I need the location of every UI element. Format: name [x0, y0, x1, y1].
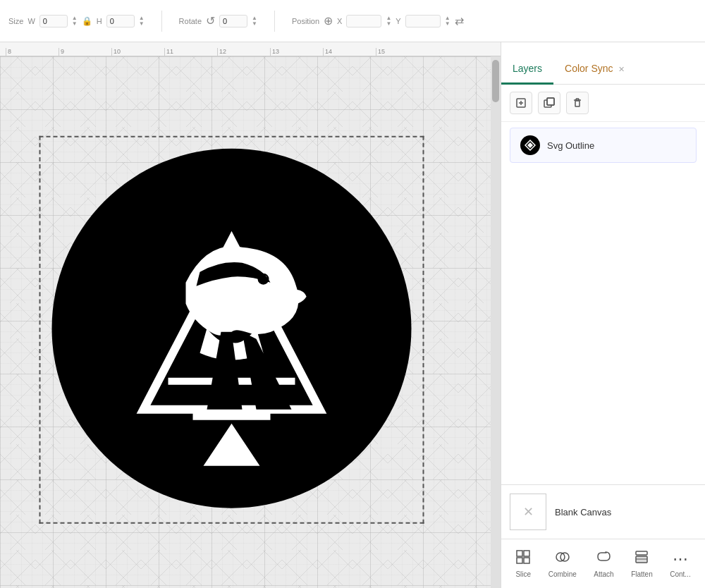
attach-tool[interactable]: Attach: [589, 546, 618, 581]
attach-svg: [596, 549, 611, 565]
delete-layer-button[interactable]: [566, 92, 589, 114]
scrollbar-thumb[interactable]: [492, 60, 499, 102]
layer-name: Svg Outline: [547, 140, 594, 151]
rotate-stepper[interactable]: ▲▼: [252, 16, 257, 27]
panel-tabs: Layers Color Sync ✕: [501, 42, 705, 85]
more-icon: ⋯: [673, 550, 688, 568]
divider-2: [274, 11, 275, 32]
combine-icon: [555, 549, 570, 568]
bottom-toolbar: Slice Combine Attach: [501, 539, 705, 588]
position-icon: ⊕: [324, 14, 333, 27]
ruler-tick: 11: [164, 48, 217, 56]
combine-tool[interactable]: Combine: [544, 546, 581, 581]
rotate-group: Rotate ↺ ▲▼: [179, 14, 257, 27]
width-stepper[interactable]: ▲▼: [72, 16, 78, 27]
ruler-tick: 12: [217, 48, 270, 56]
svg-rect-21: [524, 551, 529, 556]
rotate-input[interactable]: [219, 15, 247, 27]
svg-rect-22: [517, 558, 522, 563]
slice-label: Slice: [515, 570, 531, 578]
canvas-content: [45, 142, 419, 518]
size-group: Size W ▲▼ 🔒 H ▲▼: [8, 15, 145, 27]
divider-1: [161, 11, 162, 32]
svg-rect-20: [517, 551, 522, 556]
svg-rect-26: [636, 551, 647, 555]
flatten-tool[interactable]: Flatten: [627, 546, 657, 581]
slice-tool[interactable]: Slice: [511, 546, 535, 581]
ruler-tick: 10: [111, 48, 164, 56]
height-label: H: [97, 17, 102, 25]
tab-layers[interactable]: Layers: [501, 57, 553, 85]
svg-rect-23: [524, 558, 529, 563]
svg-rect-14: [575, 101, 580, 106]
add-layer-icon: [515, 97, 527, 109]
canvas-area[interactable]: 8 9 10 11 12 13 14 15: [0, 42, 501, 588]
ruler-numbers: 8 9 10 11 12 13 14 15: [0, 48, 429, 56]
tab-color-sync[interactable]: Color Sync ✕: [553, 57, 636, 85]
position-label: Position: [292, 17, 319, 25]
svg-marker-19: [527, 142, 533, 148]
position-group: Position ⊕ X ▲▼ Y ▲▼ ⇄: [292, 14, 464, 27]
layer-item-svg-outline[interactable]: Svg Outline: [510, 128, 697, 163]
x-label: X: [337, 17, 342, 25]
width-input[interactable]: [39, 15, 68, 27]
lock-icon: 🔒: [82, 16, 92, 26]
slice-svg: [515, 549, 531, 565]
diamond-icon: [525, 140, 536, 151]
flatten-icon: [634, 549, 649, 568]
ruler-tick: 9: [59, 48, 111, 56]
add-layer-button[interactable]: [510, 92, 532, 114]
rotate-icon[interactable]: ↺: [206, 14, 215, 27]
ruler-tick: 14: [323, 48, 376, 56]
attach-label: Attach: [594, 570, 613, 578]
height-input[interactable]: [106, 15, 135, 27]
combine-svg: [555, 549, 570, 565]
ruler-top: 8 9 10 11 12 13 14 15: [0, 42, 501, 56]
ruler-tick: 13: [270, 48, 323, 56]
canvas-x-icon: ✕: [523, 504, 534, 520]
duplicate-icon: [544, 97, 555, 109]
main-layout: 8 9 10 11 12 13 14 15: [0, 42, 705, 588]
y-label: Y: [396, 17, 400, 25]
width-label: W: [27, 17, 35, 25]
x-input[interactable]: [346, 15, 381, 27]
top-toolbar: Size W ▲▼ 🔒 H ▲▼ Rotate ↺ ▲▼ Position ⊕ …: [0, 0, 705, 42]
flatten-svg: [634, 549, 649, 565]
delete-icon: [572, 97, 583, 109]
ruler-tick: 8: [6, 48, 59, 56]
size-label: Size: [8, 17, 23, 25]
slice-icon: [515, 549, 531, 568]
penguin-svg: [45, 142, 419, 515]
canvas-label: Blank Canvas: [555, 507, 611, 517]
ruler-tick: 15: [376, 48, 429, 56]
rotate-label: Rotate: [179, 17, 202, 25]
height-stepper[interactable]: ▲▼: [139, 16, 145, 27]
canvas-thumbnail[interactable]: ✕: [510, 494, 546, 530]
attach-icon: [596, 549, 611, 568]
panel-toolbar: [501, 85, 705, 122]
right-panel: Layers Color Sync ✕: [501, 42, 705, 588]
combine-label: Combine: [548, 570, 577, 578]
grid-canvas: [0, 56, 501, 588]
y-input[interactable]: [405, 15, 441, 27]
flatten-label: Flatten: [631, 570, 653, 578]
x-stepper[interactable]: ▲▼: [386, 16, 391, 27]
layer-icon: [520, 135, 540, 155]
panel-spacer: [501, 169, 705, 484]
scrollbar-right[interactable]: [491, 56, 501, 588]
svg-rect-11: [547, 98, 554, 105]
y-stepper[interactable]: ▲▼: [445, 16, 450, 27]
tab-close-icon[interactable]: ✕: [618, 65, 625, 73]
more-tool[interactable]: ⋯ Cont...: [666, 547, 694, 581]
more-label: Cont...: [670, 570, 690, 578]
bottom-canvas-section: ✕ Blank Canvas: [501, 484, 705, 539]
duplicate-layer-button[interactable]: [538, 92, 560, 114]
flip-icon[interactable]: ⇄: [455, 14, 464, 27]
